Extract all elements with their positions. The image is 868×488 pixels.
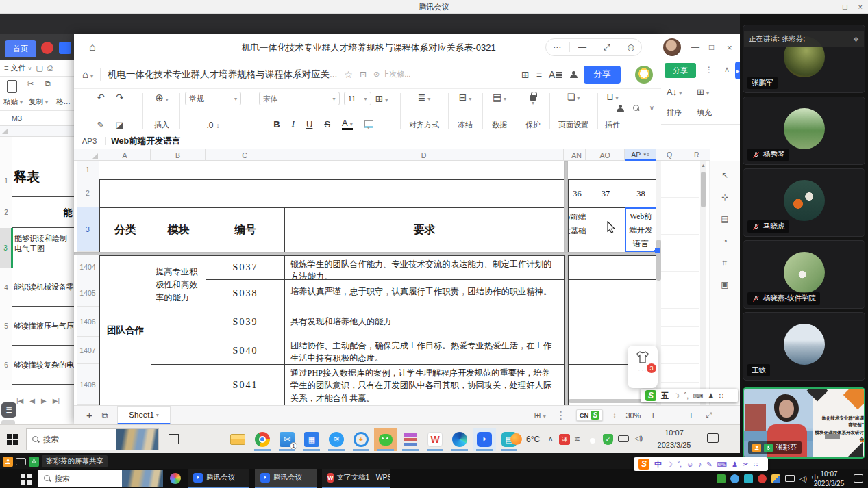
tray-clock[interactable]: 10:07 2023/3/25 <box>652 427 696 451</box>
typography-icon[interactable]: A≣ <box>549 69 563 80</box>
shirt-icon[interactable] <box>636 351 649 363</box>
cell-b1407[interactable] <box>151 337 206 365</box>
row-number[interactable]: 1 <box>0 164 12 197</box>
cell-requirement[interactable]: 通过PHP接入数据库的案例，让学生理解程序开发规范的重要性，培养学生的团队意识，… <box>284 364 565 405</box>
cell-d3[interactable]: 要求 <box>284 207 565 253</box>
avatar[interactable] <box>663 38 681 56</box>
security-tray-icon[interactable]: ✓ <box>603 434 613 445</box>
font-name-select[interactable]: 宋体 <box>259 92 340 105</box>
cell-requirement[interactable]: 具有发现和培养他人的能力 <box>284 307 565 337</box>
sort-icon[interactable]: A↓ <box>667 87 682 97</box>
italic-button[interactable]: I <box>292 118 295 129</box>
weather-temp[interactable]: 6°C <box>526 435 540 444</box>
row-header-3-selected[interactable]: 3 <box>77 207 99 252</box>
cell-ap2[interactable]: 38 <box>625 179 657 208</box>
bold-button[interactable]: B <box>273 119 280 129</box>
more-icon[interactable]: ⋯ <box>553 42 561 52</box>
tray-green-icon[interactable] <box>717 474 726 483</box>
cell-code[interactable]: S038 <box>206 279 285 307</box>
expand-panel-arrow[interactable]: ▶ <box>735 62 740 79</box>
row-header-1405[interactable]: 1405 <box>77 279 99 307</box>
cell-an3[interactable]: Web前端开发基础 <box>568 207 586 253</box>
close-icon[interactable]: × <box>858 3 863 11</box>
data-icon[interactable]: ▤ <box>493 92 506 103</box>
add-sheet-icon[interactable]: + <box>86 409 92 421</box>
participant-tile[interactable]: 正在讲话: 张彩芬; ❖ 张鹏军 <box>743 25 865 93</box>
share-button[interactable]: 分享 <box>584 66 621 84</box>
window-restore-icon[interactable]: ⤢ <box>604 42 610 52</box>
folder-arrow-icon[interactable]: ⊡ <box>360 70 367 79</box>
col-header-d[interactable]: D <box>284 149 564 161</box>
redo-icon[interactable]: ↷ <box>116 92 124 103</box>
weather-icon[interactable] <box>510 433 522 445</box>
cell-c3[interactable]: 编号 <box>206 207 285 253</box>
network-tray-icon[interactable]: ≋ <box>574 435 580 444</box>
plugins-label[interactable]: 插件 <box>605 120 620 130</box>
taskbar-tab-meeting-1[interactable]: ⏵ 腾讯会议 <box>188 469 249 488</box>
row-header-2[interactable]: 2 <box>77 179 99 207</box>
borders-icon[interactable]: ⊞ <box>375 93 388 104</box>
cell-code[interactable]: S039 <box>206 307 285 337</box>
cut-icon[interactable]: ✂ <box>27 79 34 88</box>
zoom-in-icon[interactable]: + <box>650 410 656 420</box>
sheet-tab[interactable]: Sheet1 <box>117 406 170 424</box>
tray-expand-icon[interactable]: ∧ <box>548 435 553 442</box>
panel-chart-icon[interactable]: ▤ <box>721 214 728 224</box>
menu-icon[interactable]: ≡ <box>536 69 542 80</box>
start-button[interactable] <box>7 434 18 445</box>
ms-store-icon[interactable]: ▦ <box>300 428 323 451</box>
page-setup-label[interactable]: 页面设置 <box>558 120 588 130</box>
page-setup-icon[interactable]: ❏ <box>567 92 580 102</box>
row-header-1408[interactable]: 1408 <box>77 364 99 405</box>
share-button-green[interactable]: 分享 <box>665 63 696 78</box>
prev-sheet-icon[interactable]: ◀ <box>29 397 35 404</box>
cell-merged-category[interactable]: 团队合作 <box>99 255 151 405</box>
layout-icon[interactable]: ❖ <box>853 36 859 43</box>
color-wheel-tray-icon[interactable] <box>170 473 181 484</box>
row-header-1[interactable]: 1 <box>77 161 99 179</box>
notification-icon[interactable] <box>854 474 863 483</box>
cell-an2[interactable]: 36 <box>568 179 586 208</box>
insert-cell-icon[interactable]: ⊕ <box>155 92 169 104</box>
col-header-a[interactable]: A <box>99 149 151 161</box>
row-number[interactable]: 6 <box>0 346 12 385</box>
fill-color-button[interactable] <box>364 120 373 128</box>
col-header-c[interactable]: C <box>206 149 284 161</box>
document-tab[interactable]: 机电一体化技术专业群人才培养规格与课程体系对应关... <box>108 68 337 81</box>
grid-cell[interactable]: 能识读机械设备零件 <box>12 268 74 307</box>
start-button[interactable] <box>21 474 32 485</box>
cell-b1408[interactable] <box>151 364 206 405</box>
filter-icon[interactable]: ▼≡ <box>643 153 649 157</box>
eraser-icon[interactable]: ◪ <box>115 120 123 130</box>
cell-code[interactable]: S040 <box>206 337 285 365</box>
cell-requirement[interactable]: 团结协作、主动配合，确保完成工作目标。热爱专业热爱生活，在工作生活中持有积极的态… <box>284 337 565 365</box>
cell-requirement[interactable]: 锻炼学生的团队合作能力、专业技术交流的表达能力、制定工作计划的方法能力。 <box>284 255 565 280</box>
cell-code[interactable]: S041 <box>206 364 285 405</box>
row-header-1406[interactable]: 1406 <box>77 307 99 337</box>
sort-label[interactable]: 排序 <box>667 107 682 118</box>
window-minimize-icon[interactable]: — <box>578 42 586 52</box>
tray-volume-icon[interactable]: ◁) <box>799 475 807 483</box>
first-sheet-icon[interactable]: |◀ <box>16 397 23 404</box>
minimize-icon[interactable]: — <box>691 42 699 52</box>
search-box[interactable]: 搜索 <box>26 428 159 450</box>
freeze-label[interactable]: 冻结 <box>458 120 473 130</box>
edge-icon[interactable] <box>448 428 471 451</box>
search-highlight-image[interactable] <box>116 429 158 450</box>
tray-cloud-icon[interactable] <box>730 474 739 483</box>
decimal-stepper[interactable]: ↕ <box>216 122 220 129</box>
signature-icon[interactable] <box>570 71 577 78</box>
volume-tray-icon[interactable]: ◁) <box>634 434 643 443</box>
qq-browser-icon[interactable]: + <box>349 428 373 451</box>
more-vertical-icon[interactable]: ⋮ <box>705 65 713 75</box>
tray-shield-icon[interactable] <box>771 474 780 483</box>
col-header-ao[interactable]: AO <box>586 149 625 161</box>
search-box[interactable]: 搜索 <box>38 470 163 487</box>
select-all-corner[interactable] <box>2 129 8 134</box>
panel-history-icon[interactable]: ◔ <box>722 236 727 246</box>
tray-docs-icon[interactable] <box>744 474 753 483</box>
underline-button[interactable]: U <box>306 119 312 129</box>
tray-clock[interactable]: 10:07 2023/3/25 <box>810 470 848 488</box>
cell-ao2[interactable]: 37 <box>586 179 625 208</box>
sogou-skin-widget[interactable]: ··· 3 <box>628 346 658 388</box>
